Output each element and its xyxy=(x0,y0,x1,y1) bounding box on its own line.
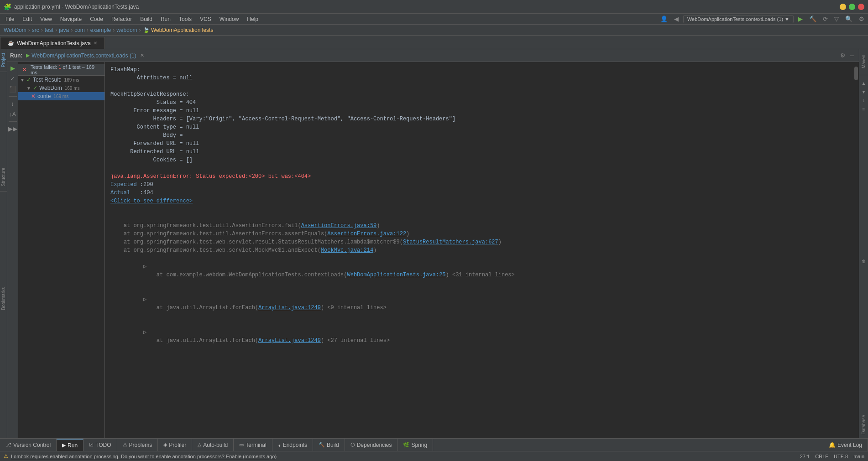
tab-auto-build[interactable]: △ Auto-build xyxy=(192,439,234,451)
database-tab[interactable]: Database xyxy=(860,411,867,438)
maven-tab[interactable]: Maven xyxy=(860,51,867,72)
stack-5[interactable]: ▷ at com.example.webdom.WebDomApplicatio… xyxy=(110,254,848,287)
tab-terminal-label: Terminal xyxy=(246,442,266,448)
version-control-icon: ⎇ xyxy=(5,442,11,448)
tab-event-log[interactable]: 🔔 Event Log xyxy=(823,439,868,451)
sidebar-tab-project[interactable]: Project xyxy=(0,49,7,71)
menu-refactor[interactable]: Refactor xyxy=(108,15,136,23)
line-ending[interactable]: CRLF xyxy=(815,454,828,459)
tab-spring[interactable]: 🌿 Spring xyxy=(397,439,433,451)
close-button[interactable] xyxy=(858,4,864,10)
tree-item-webdom[interactable]: ▼ ✓ WebDom 169 ms xyxy=(18,84,105,92)
rerun-failed-button[interactable]: ✓ xyxy=(8,74,17,83)
breadcrumb-webdom[interactable]: WebDom xyxy=(4,27,26,33)
tree-webdom-label: WebDom xyxy=(39,85,62,91)
breadcrumb-com[interactable]: com xyxy=(74,27,85,33)
tree-item-time: 169 ms xyxy=(64,78,79,83)
scroll-up-button[interactable]: ▲ xyxy=(860,80,868,87)
tab-problems[interactable]: ⚠ Problems xyxy=(117,439,158,451)
breadcrumb-example[interactable]: example xyxy=(90,27,111,33)
profiler-button[interactable]: ▽ xyxy=(832,15,841,23)
coverage-button[interactable]: ⟳ xyxy=(821,15,830,23)
run-tab-close[interactable]: ✕ xyxy=(140,52,144,58)
stack-7[interactable]: ▷ at java.util.ArrayList.forEach(ArrayLi… xyxy=(110,320,848,353)
menu-navigate[interactable]: Navigate xyxy=(57,15,85,23)
minimize-button[interactable] xyxy=(840,4,846,10)
todo-icon: ☑ xyxy=(89,442,94,448)
encoding[interactable]: UTF-8 xyxy=(834,454,848,459)
breadcrumb: WebDom › src › test › java › com › examp… xyxy=(0,25,868,36)
output-click-diff[interactable]: <Click to see difference> xyxy=(110,197,848,205)
spring-icon: 🌿 xyxy=(403,442,409,448)
menu-vcs[interactable]: VCS xyxy=(196,15,215,23)
tab-endpoints[interactable]: ⬧ Endpoints xyxy=(272,439,313,451)
tree-item-result[interactable]: ▼ ✓ Test Result: 169 ms xyxy=(18,76,105,84)
tree-item-conte[interactable]: ✕ conte 169 ms xyxy=(18,92,105,100)
tab-dependencies[interactable]: ⬡ Dependencies xyxy=(345,439,398,451)
run-icon: ▶ xyxy=(26,52,30,58)
run-again-button[interactable]: ▶ xyxy=(9,64,17,73)
sidebar-tab-bookmarks[interactable]: Bookmarks xyxy=(0,284,7,314)
db-icon-1[interactable]: 🗑 xyxy=(860,258,868,264)
dependencies-icon: ⬡ xyxy=(350,442,355,448)
stack-1: at org.springframework.test.util.Asserti… xyxy=(110,222,848,230)
breadcrumb-webdom2[interactable]: webdom xyxy=(116,27,137,33)
breadcrumb-src[interactable]: src xyxy=(32,27,39,33)
breadcrumb-java[interactable]: java xyxy=(59,27,69,33)
settings-button[interactable]: ⚙ xyxy=(857,15,866,23)
run-tab-icon: ▶ xyxy=(62,442,66,448)
main-area: Project Structure Bookmarks Run: ▶ WebDo… xyxy=(0,49,868,438)
run-config-name[interactable]: WebDomApplicationTests.contextLoads (1) xyxy=(31,52,136,59)
tab-run[interactable]: ▶ Run xyxy=(57,439,84,451)
run-settings-button[interactable]: ⚙ xyxy=(838,51,847,60)
status-message[interactable]: Lombok requires enabled annotation proce… xyxy=(11,454,277,459)
tab-build[interactable]: 🔨 Build xyxy=(313,439,345,451)
stack-6[interactable]: ▷ at java.util.ArrayList.forEach(ArrayLi… xyxy=(110,287,848,320)
collapse-button[interactable]: ≡ xyxy=(861,106,867,113)
maximize-button[interactable] xyxy=(849,4,855,10)
breadcrumb-class[interactable]: 🍃 WebDomApplicationTests xyxy=(143,27,214,33)
tab-dependencies-label: Dependencies xyxy=(357,442,392,448)
vertical-scrollbar[interactable] xyxy=(853,62,859,438)
tab-webdom[interactable]: ☕ WebDomApplicationTests.java ✕ xyxy=(0,37,105,49)
menu-file[interactable]: File xyxy=(2,15,18,23)
title-bar-controls[interactable] xyxy=(840,4,864,10)
menu-tools[interactable]: Tools xyxy=(175,15,195,23)
sidebar-tab-structure[interactable]: Structure xyxy=(0,164,7,190)
sort-button[interactable]: ↕ xyxy=(9,99,16,108)
profiler-icon: ◈ xyxy=(163,442,167,448)
search-button[interactable]: 🔍 xyxy=(843,15,854,23)
menu-help[interactable]: Help xyxy=(243,15,262,23)
menu-build[interactable]: Build xyxy=(136,15,156,23)
tab-close-button[interactable]: ✕ xyxy=(94,41,97,46)
failed-icon: ✕ xyxy=(22,66,27,73)
tab-icon: ☕ xyxy=(8,40,14,46)
menu-run[interactable]: Run xyxy=(157,15,174,23)
tab-todo[interactable]: ☑ TODO xyxy=(84,439,117,451)
scroll-down-button[interactable]: ▼ xyxy=(860,88,868,95)
menu-edit[interactable]: Edit xyxy=(19,15,36,23)
tests-failed-bar: ✕ Tests failed: 1 of 1 test – 169 ms xyxy=(18,64,105,76)
build-button[interactable]: 🔨 xyxy=(807,15,818,23)
output-line-7: Content type = null xyxy=(110,123,848,131)
expand-button[interactable]: ▶▶ xyxy=(7,124,19,133)
breadcrumb-test[interactable]: test xyxy=(45,27,53,33)
run-panel-wrapper: Run: ▶ WebDomApplicationTests.contextLoa… xyxy=(7,49,859,438)
menu-view[interactable]: View xyxy=(37,15,56,23)
stop-button[interactable]: ⬛ xyxy=(7,85,18,93)
run-config-selector[interactable]: WebDomApplicationTests.contextLoads (1) … xyxy=(683,15,794,23)
run-button[interactable]: ▶ xyxy=(796,15,805,23)
tab-spring-label: Spring xyxy=(411,442,427,448)
menu-code[interactable]: Code xyxy=(86,15,107,23)
back-button[interactable]: ◀ xyxy=(672,15,680,23)
expand-all-button[interactable]: ↕ xyxy=(861,97,867,104)
tab-profiler[interactable]: ◈ Profiler xyxy=(158,439,192,451)
tab-terminal[interactable]: ▭ Terminal xyxy=(234,439,272,451)
vcs-update-button[interactable]: 👤 xyxy=(659,15,669,23)
menu-window[interactable]: Window xyxy=(216,15,243,23)
run-close-panel-button[interactable]: ─ xyxy=(848,51,856,60)
output-line-4: Status = 404 xyxy=(110,98,848,107)
output-panel: FlashMap: Attributes = null MockHttpServ… xyxy=(105,62,853,438)
tab-version-control[interactable]: ⎇ Version Control xyxy=(0,439,57,451)
sort-alpha-button[interactable]: ↓A xyxy=(7,110,18,119)
